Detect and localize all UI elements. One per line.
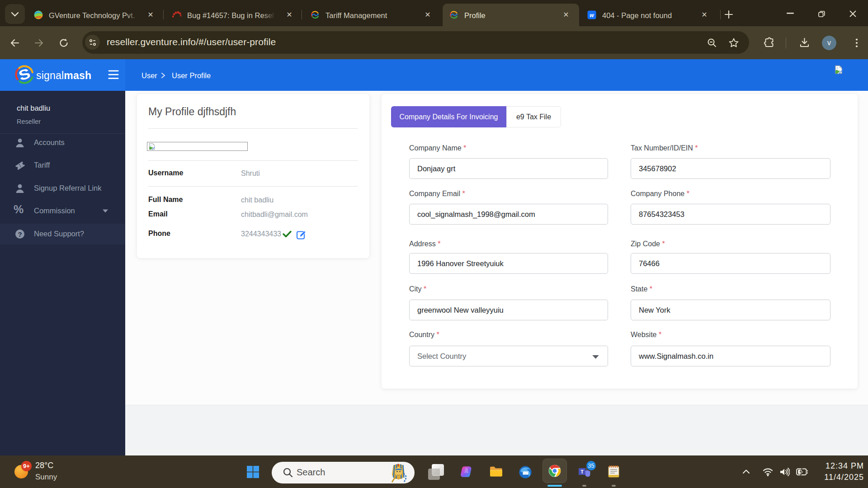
svg-text:T: T — [580, 469, 584, 474]
svg-text:?: ? — [18, 230, 22, 238]
svg-text:w: w — [590, 12, 594, 19]
